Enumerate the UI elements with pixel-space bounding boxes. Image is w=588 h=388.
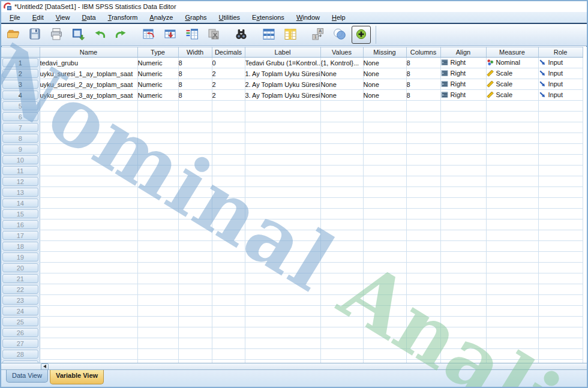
cell-columns-empty[interactable] (406, 155, 440, 166)
cell-decimals-empty[interactable] (212, 284, 245, 295)
cell-type-empty[interactable] (137, 327, 178, 338)
cell-label-empty[interactable] (245, 273, 320, 284)
cell-values-empty[interactable] (320, 166, 363, 176)
cell-decimals-empty[interactable] (212, 338, 245, 349)
cell-measure-empty[interactable] (486, 252, 538, 263)
cell-measure-empty[interactable] (486, 198, 538, 209)
cell-type[interactable]: Numeric (137, 90, 178, 101)
menu-help[interactable]: Help (326, 13, 352, 22)
cell-type-empty[interactable] (137, 198, 178, 209)
cell-values-empty[interactable] (320, 284, 363, 295)
cell-columns-empty[interactable] (406, 273, 440, 284)
cell-name-empty[interactable] (40, 144, 137, 155)
cell-decimals-empty[interactable] (212, 327, 245, 338)
cell-name-empty[interactable] (40, 273, 137, 284)
cell-name-empty[interactable] (40, 306, 137, 317)
cell-role-empty[interactable] (538, 338, 583, 349)
cell-columns-empty[interactable] (406, 241, 440, 252)
cell-measure[interactable]: Nominal (486, 58, 538, 68)
cell-decimals-empty[interactable] (212, 101, 245, 112)
cell-role-empty[interactable] (538, 144, 583, 155)
cell-name-empty[interactable] (40, 349, 137, 360)
cell-columns-empty[interactable] (406, 263, 440, 273)
cell-values-empty[interactable] (320, 306, 363, 317)
cell-role-empty[interactable] (538, 209, 583, 219)
cell-values-empty[interactable] (320, 187, 363, 198)
corner-header-cell[interactable] (1, 47, 40, 58)
cell-label-empty[interactable] (245, 284, 320, 295)
column-header-width[interactable]: Width (178, 47, 212, 58)
cell-width[interactable]: 8 (178, 79, 212, 90)
cell-missing-empty[interactable] (363, 166, 406, 176)
cell-measure-empty[interactable] (486, 306, 538, 317)
cell-width-empty[interactable] (178, 155, 212, 166)
cell-values-empty[interactable] (320, 252, 363, 263)
cell-columns-empty[interactable] (406, 338, 440, 349)
cell-role-empty[interactable] (538, 241, 583, 252)
row-number-29[interactable]: 29 (1, 360, 40, 363)
cell-role-empty[interactable] (538, 176, 583, 187)
cell-width-empty[interactable] (178, 176, 212, 187)
cell-label-empty[interactable] (245, 360, 320, 363)
cell-role-empty[interactable] (538, 122, 583, 133)
cell-measure-empty[interactable] (486, 295, 538, 306)
cell-role-empty[interactable] (538, 360, 583, 363)
cell-missing[interactable]: None (363, 79, 406, 90)
cell-measure-empty[interactable] (486, 209, 538, 219)
cell-label-empty[interactable] (245, 306, 320, 317)
cell-align-empty[interactable] (440, 306, 486, 317)
cell-values-empty[interactable] (320, 349, 363, 360)
row-number-5[interactable]: 5 (1, 101, 40, 112)
cell-role-empty[interactable] (538, 327, 583, 338)
row-number-15[interactable]: 15 (1, 209, 40, 219)
cell-type-empty[interactable] (137, 219, 178, 230)
cell-type-empty[interactable] (137, 295, 178, 306)
cell-width-empty[interactable] (178, 230, 212, 241)
cell-name-empty[interactable] (40, 122, 137, 133)
cell-align-empty[interactable] (440, 317, 486, 327)
cell-role[interactable]: Input (538, 68, 583, 79)
cell-missing-empty[interactable] (363, 101, 406, 112)
cell-values[interactable]: None (320, 68, 363, 79)
cell-values-empty[interactable] (320, 209, 363, 219)
cell-missing[interactable]: None (363, 68, 406, 79)
cell-align-empty[interactable] (440, 155, 486, 166)
cell-missing[interactable]: None (363, 58, 406, 68)
cell-align-empty[interactable] (440, 209, 486, 219)
open-data-button[interactable] (4, 26, 23, 44)
cell-decimals-empty[interactable] (212, 241, 245, 252)
cell-label-empty[interactable] (245, 101, 320, 112)
cell-values-empty[interactable] (320, 360, 363, 363)
cell-width-empty[interactable] (178, 187, 212, 198)
cell-values-empty[interactable] (320, 155, 363, 166)
cell-type-empty[interactable] (137, 166, 178, 176)
cell-type-empty[interactable] (137, 284, 178, 295)
cell-measure-empty[interactable] (486, 241, 538, 252)
row-number-20[interactable]: 20 (1, 263, 40, 273)
cell-role[interactable]: Input (538, 90, 583, 101)
cell-missing-empty[interactable] (363, 360, 406, 363)
cell-role-empty[interactable] (538, 349, 583, 360)
cell-decimals-empty[interactable] (212, 155, 245, 166)
column-header-type[interactable]: Type (137, 47, 178, 58)
cell-role-empty[interactable] (538, 219, 583, 230)
cell-label-empty[interactable] (245, 133, 320, 144)
cell-width[interactable]: 8 (178, 58, 212, 68)
cell-values[interactable]: None (320, 79, 363, 90)
cell-type-empty[interactable] (137, 144, 178, 155)
cell-columns-empty[interactable] (406, 133, 440, 144)
cell-align-empty[interactable] (440, 284, 486, 295)
column-header-measure[interactable]: Measure (486, 47, 538, 58)
column-header-columns[interactable]: Columns (406, 47, 440, 58)
cell-type-empty[interactable] (137, 360, 178, 363)
cell-label-empty[interactable] (245, 166, 320, 176)
value-labels-button[interactable]: A1 (308, 26, 328, 44)
cell-values-empty[interactable] (320, 327, 363, 338)
cell-label-empty[interactable] (245, 338, 320, 349)
print-button[interactable] (47, 26, 66, 44)
cell-columns-empty[interactable] (406, 230, 440, 241)
cell-label[interactable]: 1. Ay Toplam Uyku Süresi (245, 68, 320, 79)
cell-name-empty[interactable] (40, 219, 137, 230)
goto-case-button[interactable] (139, 26, 158, 44)
cell-missing-empty[interactable] (363, 144, 406, 155)
